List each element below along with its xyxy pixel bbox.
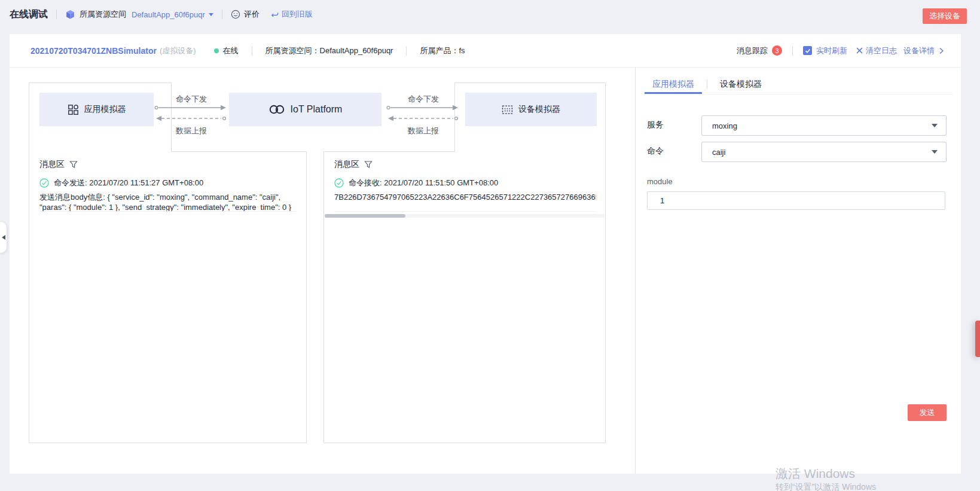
select-device-button[interactable]: 选择设备 <box>923 8 967 24</box>
triangle-left-icon <box>2 235 5 240</box>
flow-arrows <box>154 103 229 123</box>
message-payload-hex: 7B226D736754797065223A22636C6F7564526571… <box>334 193 596 202</box>
clear-log-link[interactable]: 清空日志 <box>866 45 897 56</box>
check-circle-icon <box>334 178 344 188</box>
resource-space-dropdown[interactable]: DefaultApp_60f6puqr <box>132 10 205 19</box>
panel-tabs: 应用模拟器 设备模拟器 <box>645 75 770 94</box>
caret-down-icon <box>932 124 938 127</box>
divider <box>707 80 707 89</box>
resource-space-label: 所属资源空间 <box>80 9 126 20</box>
device-type-suffix: (虚拟设备) <box>160 45 196 56</box>
x-mark-icon[interactable] <box>856 47 863 54</box>
resource-space-label: 所属资源空间： <box>265 46 320 55</box>
activate-windows-watermark: 激活 Windows <box>776 465 855 482</box>
message-area-title: 消息区 <box>334 159 359 170</box>
chevron-right-icon[interactable] <box>938 47 945 54</box>
module-input[interactable] <box>647 191 945 210</box>
divider <box>334 211 595 212</box>
iot-platform-node: IoT Platform <box>229 93 381 126</box>
command-select[interactable]: caiji <box>701 142 947 162</box>
funnel-icon[interactable] <box>69 160 78 169</box>
dashed-panel-icon <box>502 104 513 115</box>
service-label: 服务 <box>647 120 664 130</box>
main-card: 20210720T034701ZNBSimulator (虚拟设备) 在线 所属… <box>10 34 961 474</box>
realtime-refresh-checkbox[interactable] <box>803 46 812 55</box>
message-trace-link[interactable]: 消息跟踪 <box>737 45 768 56</box>
edge-feedback-tab[interactable] <box>975 321 980 357</box>
sidebar-collapse-handle[interactable] <box>0 222 7 253</box>
check-circle-icon <box>39 178 49 188</box>
app-simulator-node: 应用模拟器 <box>39 93 154 126</box>
resource-space-value: DefaultApp_60f6puqr <box>320 46 393 55</box>
data-up-label: 数据上报 <box>386 126 461 136</box>
divider <box>792 46 793 56</box>
online-dot-icon <box>214 48 219 53</box>
device-name-link[interactable]: 20210720T034701ZNBSimulator <box>30 46 157 56</box>
service-select[interactable]: moxing <box>701 115 947 136</box>
debug-body: 应用模拟器 IoT Platform 设备模拟器 命令下发 <box>10 68 961 473</box>
product-row: 所属产品：fs <box>420 45 465 56</box>
caret-down-icon[interactable] <box>209 13 213 16</box>
double-ring-icon <box>268 104 285 115</box>
horizontal-scrollbar[interactable] <box>325 214 605 218</box>
top-bar: 在线调试 所属资源空间 DefaultApp_60f6puqr 评价 回到旧版 … <box>0 0 980 29</box>
app-simulator-label: 应用模拟器 <box>84 104 126 115</box>
simulator-panel: 应用模拟器 设备模拟器 服务 moxing 命令 caiji mod <box>635 68 961 473</box>
tab-app-simulator[interactable]: 应用模拟器 <box>645 75 702 94</box>
message-event-row: 命令发送: 2021/07/20 11:51:27 GMT+08:00 <box>39 178 296 188</box>
cube-icon <box>65 10 75 20</box>
message-event-row: 命令接收: 2021/07/20 11:51:50 GMT+08:00 <box>334 178 595 188</box>
service-select-value: moxing <box>712 121 737 130</box>
flow-arrows <box>386 103 461 123</box>
device-simulator-node: 设备模拟器 <box>465 93 597 126</box>
grid-icon <box>68 104 79 115</box>
divider <box>56 10 57 19</box>
device-header: 20210720T034701ZNBSimulator (虚拟设备) 在线 所属… <box>10 34 961 68</box>
feedback-link[interactable]: 评价 <box>244 9 259 20</box>
device-detail-link[interactable]: 设备详情 <box>903 45 935 56</box>
scrollbar-thumb[interactable] <box>325 214 405 218</box>
tab-device-simulator[interactable]: 设备模拟器 <box>712 75 770 94</box>
divider <box>39 211 296 212</box>
online-debug-page: 在线调试 所属资源空间 DefaultApp_60f6puqr 评价 回到旧版 … <box>0 0 980 491</box>
divider <box>222 10 222 19</box>
status-text: 在线 <box>223 45 239 56</box>
data-up-label: 数据上报 <box>154 126 229 136</box>
activate-windows-watermark-sub: 转到“设置”以激活 Windows <box>776 482 876 491</box>
command-label: 命令 <box>647 146 664 157</box>
divider <box>406 46 407 56</box>
product-label: 所属产品： <box>420 46 459 55</box>
caret-down-icon <box>932 150 938 154</box>
product-value: fs <box>459 46 465 55</box>
message-area-title: 消息区 <box>39 159 65 170</box>
send-button[interactable]: 发送 <box>908 404 947 421</box>
message-body: 发送消息body信息: { "service_id": "moxing", "c… <box>39 192 297 212</box>
message-event-text: 命令接收: 2021/07/20 11:51:50 GMT+08:00 <box>349 178 498 188</box>
iot-platform-label: IoT Platform <box>291 104 343 115</box>
app-message-card: 消息区 命令发送: 2021/07/20 11:51:27 GMT+08:00 … <box>29 151 307 443</box>
funnel-icon[interactable] <box>364 160 373 169</box>
status-badge: 在线 <box>214 45 239 56</box>
page-title: 在线调试 <box>10 8 48 21</box>
resource-space-row: 所属资源空间：DefaultApp_60f6puqr <box>265 45 393 56</box>
device-message-card: 消息区 命令接收: 2021/07/20 11:51:50 GMT+08:00 … <box>323 151 606 443</box>
message-event-text: 命令发送: 2021/07/20 11:51:27 GMT+08:00 <box>54 178 203 188</box>
smiley-icon[interactable] <box>231 10 240 19</box>
realtime-refresh-label[interactable]: 实时刷新 <box>816 45 847 56</box>
header-actions: 消息跟踪 3 实时刷新 清空日志 设备详情 <box>737 45 945 56</box>
divider <box>252 46 252 56</box>
return-arrow-icon[interactable] <box>270 10 279 19</box>
device-simulator-label: 设备模拟器 <box>518 104 560 115</box>
module-label: module <box>647 177 673 186</box>
back-to-old-link[interactable]: 回到旧版 <box>282 9 313 20</box>
divider <box>645 94 953 94</box>
command-select-value: caiji <box>712 148 725 157</box>
message-trace-count-badge: 3 <box>772 45 782 56</box>
